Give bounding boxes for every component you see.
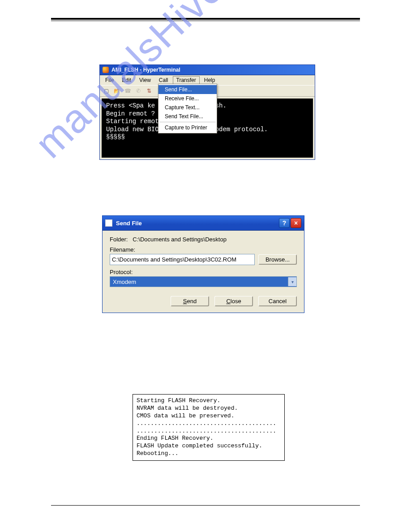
new-icon[interactable]: ▢	[103, 87, 110, 94]
dialog-title: Send File	[116, 220, 142, 227]
menu-call[interactable]: Call	[155, 76, 172, 84]
titlebar[interactable]: AMI_FLSH - HyperTerminal	[100, 65, 315, 75]
protocol-value: Xmodem	[110, 279, 288, 285]
menu-item-send-file[interactable]: Send File...	[158, 85, 217, 94]
hyperterminal-window: AMI_FLSH - HyperTerminal File Edit View …	[99, 64, 315, 160]
disconnect-icon[interactable]: ✆	[135, 87, 142, 94]
dialog-icon	[105, 219, 112, 227]
browse-button[interactable]: Browse...	[258, 254, 297, 265]
app-icon	[103, 67, 109, 73]
dialog-body: Folder: C:\Documents and Settings\Deskto…	[103, 231, 304, 293]
menu-item-receive-file[interactable]: Receive File...	[158, 94, 217, 103]
folder-path: C:\Documents and Settings\Desktop	[133, 236, 227, 243]
menu-item-send-text-file[interactable]: Send Text File...	[158, 112, 217, 121]
cancel-button[interactable]: Cancel	[258, 296, 297, 306]
page-rule-bottom	[51, 505, 360, 506]
menu-separator	[159, 122, 216, 122]
folder-row: Folder: C:\Documents and Settings\Deskto…	[110, 236, 297, 243]
transfer-dropdown: Send File... Receive File... Capture Tex…	[158, 84, 217, 133]
menu-item-capture-to-printer[interactable]: Capture to Printer	[158, 123, 217, 132]
close-dialog-button[interactable]: CCloselose	[214, 296, 253, 306]
transfer-icon[interactable]: ⇅	[146, 87, 153, 94]
open-icon[interactable]: 📂	[113, 87, 120, 94]
recovery-console: Starting FLASH Recovery. NVRAM data will…	[133, 394, 285, 461]
help-button[interactable]: ?	[279, 218, 290, 228]
close-button[interactable]: ×	[291, 218, 301, 228]
menu-edit[interactable]: Edit	[118, 76, 135, 84]
send-button[interactable]: SSendend	[171, 296, 209, 306]
window-title: AMI_FLSH - HyperTerminal	[111, 67, 180, 73]
menu-transfer[interactable]: Transfer	[173, 76, 200, 84]
dialog-button-row: SSendend CCloselose Cancel	[103, 293, 304, 313]
filename-input[interactable]	[110, 254, 255, 265]
protocol-label: Protocol:	[110, 269, 297, 275]
menu-view[interactable]: View	[136, 76, 154, 84]
protocol-select[interactable]: Xmodem ▾	[110, 276, 297, 287]
page-rule-top	[51, 18, 360, 21]
menu-help[interactable]: Help	[201, 76, 219, 84]
chevron-down-icon[interactable]: ▾	[288, 277, 296, 286]
dialog-titlebar[interactable]: Send File ? ×	[103, 216, 304, 231]
folder-label: Folder:	[110, 236, 128, 243]
terminal-line: §§§§§	[106, 133, 308, 142]
filename-label: Filename:	[110, 246, 297, 253]
menu-file[interactable]: File	[102, 76, 117, 84]
menu-item-capture-text[interactable]: Capture Text...	[158, 103, 217, 112]
send-file-dialog: Send File ? × Folder: C:\Documents and S…	[102, 215, 304, 313]
connect-icon[interactable]: ☎	[124, 87, 131, 94]
